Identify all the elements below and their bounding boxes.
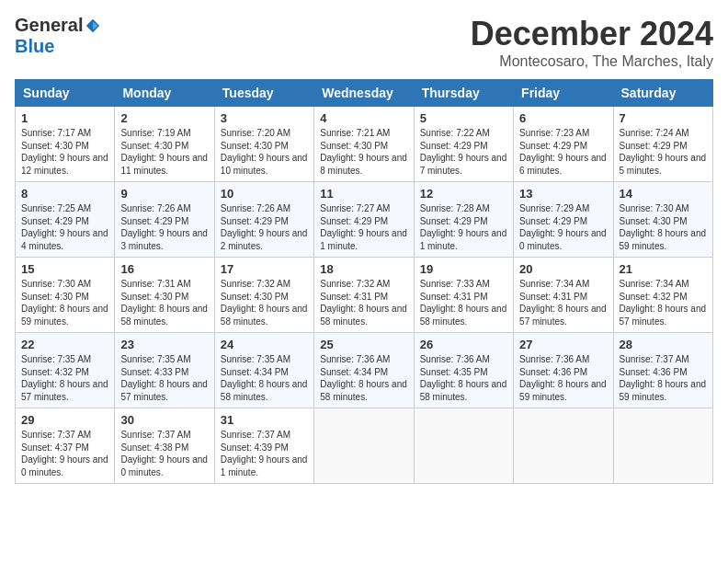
day-info: Sunrise: 7:31 AM Sunset: 4:30 PM Dayligh… (120, 278, 208, 327)
day-number: 13 (519, 187, 607, 201)
day-number: 12 (420, 187, 507, 201)
calendar-cell: 13Sunrise: 7:29 AM Sunset: 4:29 PM Dayli… (514, 182, 613, 258)
calendar-cell: 19Sunrise: 7:33 AM Sunset: 4:31 PM Dayli… (414, 258, 513, 333)
calendar-cell: 22Sunrise: 7:35 AM Sunset: 4:32 PM Dayli… (16, 333, 115, 408)
day-number: 20 (519, 262, 607, 276)
day-info: Sunrise: 7:20 AM Sunset: 4:30 PM Dayligh… (221, 127, 308, 177)
day-info: Sunrise: 7:34 AM Sunset: 4:31 PM Dayligh… (519, 278, 607, 327)
week-row-3: 15Sunrise: 7:30 AM Sunset: 4:30 PM Dayli… (16, 258, 713, 333)
calendar-cell: 10Sunrise: 7:26 AM Sunset: 4:29 PM Dayli… (214, 182, 313, 258)
calendar-table: SundayMondayTuesdayWednesdayThursdayFrid… (15, 79, 713, 484)
calendar-cell: 31Sunrise: 7:37 AM Sunset: 4:39 PM Dayli… (214, 408, 313, 484)
day-info: Sunrise: 7:30 AM Sunset: 4:30 PM Dayligh… (21, 278, 108, 327)
calendar-cell (514, 408, 613, 484)
calendar-cell: 24Sunrise: 7:35 AM Sunset: 4:34 PM Dayli… (214, 333, 313, 408)
day-number: 27 (519, 338, 607, 351)
day-info: Sunrise: 7:17 AM Sunset: 4:30 PM Dayligh… (21, 127, 108, 177)
calendar-cell: 6Sunrise: 7:23 AM Sunset: 4:29 PM Daylig… (514, 107, 613, 182)
day-info: Sunrise: 7:26 AM Sunset: 4:29 PM Dayligh… (120, 202, 208, 252)
day-number: 6 (519, 111, 607, 125)
day-number: 28 (620, 338, 707, 351)
calendar-cell: 12Sunrise: 7:28 AM Sunset: 4:29 PM Dayli… (414, 182, 513, 258)
weekday-header-wednesday: Wednesday (314, 80, 414, 107)
day-number: 21 (620, 262, 707, 276)
calendar-cell: 29Sunrise: 7:37 AM Sunset: 4:37 PM Dayli… (16, 408, 115, 484)
day-number: 31 (221, 413, 308, 427)
calendar-cell: 27Sunrise: 7:36 AM Sunset: 4:36 PM Dayli… (514, 333, 613, 408)
day-number: 11 (320, 187, 407, 201)
day-info: Sunrise: 7:19 AM Sunset: 4:30 PM Dayligh… (120, 127, 208, 177)
day-info: Sunrise: 7:33 AM Sunset: 4:31 PM Dayligh… (420, 278, 507, 327)
day-info: Sunrise: 7:25 AM Sunset: 4:29 PM Dayligh… (21, 202, 108, 252)
day-number: 19 (420, 262, 507, 276)
logo-icon (85, 17, 101, 34)
logo-general: General (15, 15, 83, 36)
day-info: Sunrise: 7:35 AM Sunset: 4:33 PM Dayligh… (120, 353, 208, 403)
calendar-cell: 3Sunrise: 7:20 AM Sunset: 4:30 PM Daylig… (214, 107, 313, 182)
weekday-header-monday: Monday (115, 80, 214, 107)
day-number: 16 (120, 262, 208, 276)
calendar-title: December 2024 (471, 15, 713, 53)
calendar-cell: 15Sunrise: 7:30 AM Sunset: 4:30 PM Dayli… (16, 258, 115, 333)
weekday-header-friday: Friday (514, 80, 613, 107)
page-header: General Blue December 2024 Montecosaro, … (15, 15, 713, 70)
calendar-cell: 4Sunrise: 7:21 AM Sunset: 4:30 PM Daylig… (314, 107, 414, 182)
calendar-cell: 2Sunrise: 7:19 AM Sunset: 4:30 PM Daylig… (115, 107, 214, 182)
title-section: December 2024 Montecosaro, The Marches, … (471, 15, 713, 70)
day-number: 10 (221, 187, 308, 201)
calendar-cell: 30Sunrise: 7:37 AM Sunset: 4:38 PM Dayli… (115, 408, 214, 484)
calendar-cell: 26Sunrise: 7:36 AM Sunset: 4:35 PM Dayli… (414, 333, 513, 408)
day-info: Sunrise: 7:34 AM Sunset: 4:32 PM Dayligh… (620, 278, 707, 327)
calendar-cell: 7Sunrise: 7:24 AM Sunset: 4:29 PM Daylig… (613, 107, 712, 182)
day-number: 23 (120, 338, 208, 351)
day-info: Sunrise: 7:24 AM Sunset: 4:29 PM Dayligh… (620, 127, 707, 177)
logo-blue: Blue (15, 36, 54, 57)
day-number: 8 (21, 187, 108, 201)
calendar-cell: 5Sunrise: 7:22 AM Sunset: 4:29 PM Daylig… (414, 107, 513, 182)
day-number: 30 (120, 413, 208, 427)
day-number: 2 (120, 111, 208, 125)
day-info: Sunrise: 7:26 AM Sunset: 4:29 PM Dayligh… (221, 202, 308, 252)
day-info: Sunrise: 7:37 AM Sunset: 4:37 PM Dayligh… (21, 429, 108, 478)
week-row-5: 29Sunrise: 7:37 AM Sunset: 4:37 PM Dayli… (16, 408, 713, 484)
day-number: 3 (221, 111, 308, 125)
day-info: Sunrise: 7:27 AM Sunset: 4:29 PM Dayligh… (320, 202, 407, 252)
day-number: 15 (21, 262, 108, 276)
day-info: Sunrise: 7:29 AM Sunset: 4:29 PM Dayligh… (519, 202, 607, 252)
week-row-2: 8Sunrise: 7:25 AM Sunset: 4:29 PM Daylig… (16, 182, 713, 258)
calendar-cell: 25Sunrise: 7:36 AM Sunset: 4:34 PM Dayli… (314, 333, 414, 408)
calendar-cell: 1Sunrise: 7:17 AM Sunset: 4:30 PM Daylig… (16, 107, 115, 182)
calendar-cell: 16Sunrise: 7:31 AM Sunset: 4:30 PM Dayli… (115, 258, 214, 333)
day-number: 25 (320, 338, 407, 351)
calendar-cell (414, 408, 513, 484)
day-number: 22 (21, 338, 108, 351)
day-info: Sunrise: 7:36 AM Sunset: 4:34 PM Dayligh… (320, 353, 407, 403)
calendar-cell (314, 408, 414, 484)
calendar-cell: 8Sunrise: 7:25 AM Sunset: 4:29 PM Daylig… (16, 182, 115, 258)
week-row-1: 1Sunrise: 7:17 AM Sunset: 4:30 PM Daylig… (16, 107, 713, 182)
day-number: 26 (420, 338, 507, 351)
day-info: Sunrise: 7:37 AM Sunset: 4:36 PM Dayligh… (620, 353, 707, 403)
day-info: Sunrise: 7:21 AM Sunset: 4:30 PM Dayligh… (320, 127, 407, 177)
day-info: Sunrise: 7:37 AM Sunset: 4:39 PM Dayligh… (221, 429, 308, 478)
day-number: 1 (21, 111, 108, 125)
day-number: 18 (320, 262, 407, 276)
day-info: Sunrise: 7:30 AM Sunset: 4:30 PM Dayligh… (620, 202, 707, 252)
weekday-header-saturday: Saturday (613, 80, 712, 107)
weekday-header-tuesday: Tuesday (214, 80, 313, 107)
day-info: Sunrise: 7:35 AM Sunset: 4:32 PM Dayligh… (21, 353, 108, 403)
weekday-header-row: SundayMondayTuesdayWednesdayThursdayFrid… (16, 80, 713, 107)
day-info: Sunrise: 7:28 AM Sunset: 4:29 PM Dayligh… (420, 202, 507, 252)
calendar-cell: 17Sunrise: 7:32 AM Sunset: 4:30 PM Dayli… (214, 258, 313, 333)
day-info: Sunrise: 7:37 AM Sunset: 4:38 PM Dayligh… (120, 429, 208, 478)
day-number: 5 (420, 111, 507, 125)
day-number: 24 (221, 338, 308, 351)
day-info: Sunrise: 7:32 AM Sunset: 4:31 PM Dayligh… (320, 278, 407, 327)
weekday-header-thursday: Thursday (414, 80, 513, 107)
day-info: Sunrise: 7:23 AM Sunset: 4:29 PM Dayligh… (519, 127, 607, 177)
calendar-cell: 14Sunrise: 7:30 AM Sunset: 4:30 PM Dayli… (613, 182, 712, 258)
day-info: Sunrise: 7:36 AM Sunset: 4:35 PM Dayligh… (420, 353, 507, 403)
day-number: 7 (620, 111, 707, 125)
day-number: 4 (320, 111, 407, 125)
day-info: Sunrise: 7:36 AM Sunset: 4:36 PM Dayligh… (519, 353, 607, 403)
